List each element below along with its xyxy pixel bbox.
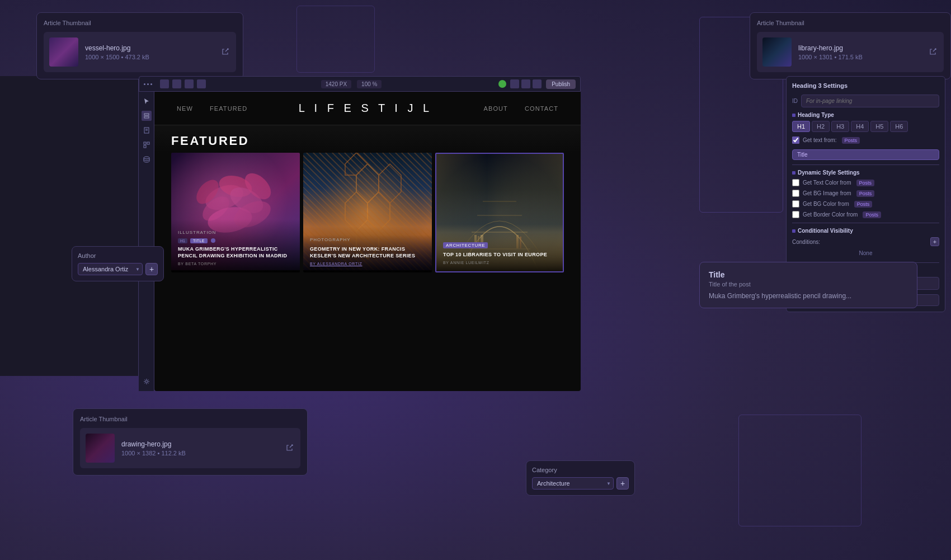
heading-h3-btn[interactable]: H3: [831, 121, 849, 132]
heading-type-buttons: H1 H2 H3 H4 H5 H6: [792, 121, 939, 132]
posts-badge-3: Posts: [863, 211, 881, 218]
article-card-2: PHOTOGRAPHY GEOMETRY IN NEW YORK: FRANCI…: [303, 153, 432, 272]
toolbar-px: 1420 PX: [321, 80, 351, 88]
heading-h5-btn[interactable]: H5: [870, 121, 888, 132]
dynamic-style-section: Dynamic Style Settings Get Text Color fr…: [792, 170, 939, 218]
heading-h6-btn[interactable]: H6: [890, 121, 908, 132]
svg-point-17: [144, 157, 149, 159]
svg-rect-16: [144, 145, 146, 148]
category-select-row: Architecture ▼ +: [532, 477, 629, 490]
toolbar-right-icons: Publish: [497, 79, 576, 89]
thumbnail-image-3: [86, 434, 115, 463]
toolbar-icon-cursor[interactable]: [160, 79, 169, 88]
article-author-2: BY ALESSANDRA ORTIZ: [310, 262, 425, 266]
toolbar-menu-dots: [144, 83, 152, 85]
bg-color-checkbox[interactable]: [792, 200, 799, 208]
thumbnail-info-3: drawing-hero.jpg 1000 × 1382 • 112.2 kB: [121, 440, 279, 457]
sidebar-icon-db[interactable]: [142, 154, 152, 164]
filesize-1: 1000 × 1500 • 473.2 kB: [85, 54, 215, 60]
toolbar-icon-layout[interactable]: [172, 79, 181, 88]
toolbar-icon-settings[interactable]: [533, 79, 542, 88]
filename-3: drawing-hero.jpg: [121, 440, 279, 448]
filename-2: library-hero.jpg: [798, 44, 922, 52]
checkbox-text-color: Get Text Color from Posts: [792, 179, 939, 186]
filesize-2: 1000 × 1301 • 171.5 kB: [798, 54, 922, 60]
website-logo: L I F E S T I J L: [299, 102, 432, 115]
external-link-icon-3[interactable]: [286, 444, 295, 453]
category-add-button[interactable]: +: [616, 477, 629, 490]
posts-badge: Posts: [842, 137, 860, 144]
thumbnail-info-2: library-hero.jpg 1000 × 1301 • 171.5 kB: [798, 44, 922, 60]
toolbar-status-dot: [498, 80, 506, 88]
add-condition-btn[interactable]: +: [930, 237, 939, 246]
category-panel: Category Architecture ▼ +: [526, 460, 635, 496]
sidebar-icon-components[interactable]: [142, 140, 152, 150]
thumbnail-image-2: [762, 37, 792, 67]
thumbnail-content-2: library-hero.jpg 1000 × 1301 • 171.5 kB: [757, 32, 944, 72]
nav-right: ABOUT CONTACT: [484, 105, 558, 112]
text-color-checkbox[interactable]: [792, 179, 799, 186]
get-text-section: Get text from: Posts Title: [792, 137, 939, 160]
toolbar-icon-grid[interactable]: [185, 79, 194, 88]
article-title-1: MUKA GRIMBERG'S HYPERREALISTIC PENCIL DR…: [178, 246, 293, 260]
svg-rect-14: [144, 142, 146, 144]
svg-marker-29: [345, 192, 368, 231]
article-card-3: ARCHITECTURE TOP 10 LIBRARIES TO VISIT I…: [435, 153, 564, 272]
svg-point-22: [226, 182, 267, 219]
svg-rect-10: [144, 116, 149, 118]
svg-point-20: [216, 172, 254, 200]
checkbox-bg-color: Get BG Color from Posts: [792, 200, 939, 208]
website-nav: NEW FEATURED L I F E S T I J L ABOUT CON…: [154, 92, 581, 125]
toolbar-icon-code[interactable]: [510, 79, 519, 88]
border-color-checkbox[interactable]: [792, 211, 799, 218]
get-text-label: Get text from:: [803, 137, 837, 143]
thumbnail-image-1: [49, 37, 78, 67]
thumbnail-content-3: drawing-hero.jpg 1000 × 1382 • 112.2 kB: [80, 428, 300, 468]
sidebar-icon-cursor[interactable]: [142, 96, 152, 106]
author-select[interactable]: Alessandra Ortiz: [78, 263, 143, 275]
author-panel: Author Alessandra Ortiz ▼ +: [72, 246, 164, 281]
article-title-2: GEOMETRY IN NEW YORK: FRANCIS KESLER'S N…: [310, 246, 425, 260]
posts-badge-2: Posts: [854, 201, 873, 208]
thumbnail-content-1: vessel-hero.jpg 1000 × 1500 • 473.2 kB: [44, 32, 236, 72]
category-label: Category: [532, 467, 629, 473]
author-add-button[interactable]: +: [145, 263, 158, 275]
external-link-icon-2[interactable]: [929, 48, 938, 57]
id-input[interactable]: [801, 95, 939, 107]
filename-1: vessel-hero.jpg: [85, 44, 215, 52]
text-source-select[interactable]: Title: [792, 149, 939, 160]
article-title-3: TOP 10 LIBRARIES TO VISIT IN EUROPE: [443, 251, 556, 258]
dynamic-style-label: Dynamic Style Settings: [798, 170, 860, 176]
svg-rect-15: [147, 142, 149, 144]
badge-title: Title: [190, 238, 208, 243]
article-thumbnail-bottom-left: Article Thumbnail drawing-hero.jpg 1000 …: [73, 408, 308, 476]
bg-image-checkbox[interactable]: [792, 190, 799, 197]
sidebar-icon-layers[interactable]: [142, 111, 152, 121]
sidebar-icon-gear[interactable]: [142, 377, 152, 387]
external-link-icon-1[interactable]: [222, 48, 230, 57]
heading-type-section: Heading Type H1 H2 H3 H4 H5 H6: [792, 112, 939, 132]
toolbar-icon-eye[interactable]: [521, 79, 530, 88]
toolbar-icon-component[interactable]: [197, 79, 206, 88]
svg-point-24: [192, 176, 223, 208]
badge-h1: H1: [178, 238, 187, 243]
toolbar-tool-icons[interactable]: [160, 79, 206, 88]
sidebar-icon-page[interactable]: [142, 125, 152, 135]
cat-1: ILLUSTRATION: [178, 230, 216, 235]
outline-panel: [0, 76, 139, 376]
settings-panel-title: Heading 3 Settings: [792, 82, 939, 89]
svg-marker-27: [356, 164, 379, 203]
heading-h1-btn[interactable]: H1: [792, 121, 810, 132]
article-author-1: BY BETA TORPHY: [178, 262, 293, 266]
heading-h4-btn[interactable]: H4: [851, 121, 869, 132]
title-tooltip-text: Muka Grimberg's hyperrealistic pencil dr…: [709, 292, 908, 300]
conditions-label: Conditions:: [792, 239, 820, 245]
heading-type-label: Heading Type: [798, 112, 834, 118]
get-text-checkbox[interactable]: [792, 137, 799, 144]
id-section: ID: [792, 95, 939, 107]
posts-badge-0: Posts: [856, 180, 875, 186]
category-select[interactable]: Architecture: [532, 477, 614, 490]
svg-point-18: [145, 380, 148, 383]
publish-button[interactable]: Publish: [546, 79, 576, 89]
heading-h2-btn[interactable]: H2: [812, 121, 830, 132]
